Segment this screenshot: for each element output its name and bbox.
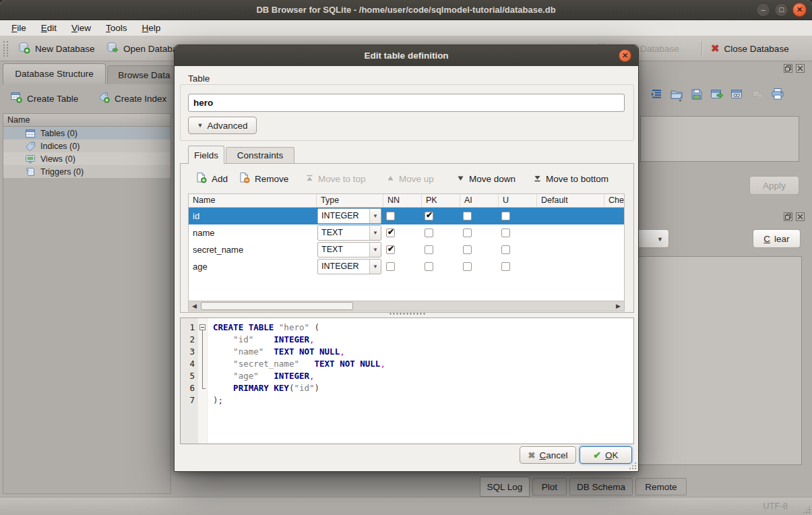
menu-tools[interactable]: Tools (98, 20, 135, 36)
link-icon[interactable] (729, 86, 745, 103)
field-row-name[interactable]: nameTEXT▼ (189, 224, 624, 241)
column-header-nn[interactable]: NN (383, 194, 422, 207)
check-cell[interactable] (604, 241, 625, 258)
u-checkbox[interactable] (501, 245, 510, 254)
pk-checkbox[interactable] (425, 229, 433, 237)
move-to-top-button[interactable]: Move to top (306, 169, 366, 188)
maximize-button[interactable]: ▢ (774, 3, 788, 17)
dock-close-icon[interactable] (796, 212, 805, 221)
sql-preview-editor[interactable]: 1234567 CREATE TABLE "hero" ( "id" INTEG… (180, 317, 634, 444)
field-name-cell[interactable]: id (189, 208, 317, 224)
check-cell[interactable] (604, 208, 625, 224)
window-close-button[interactable]: ✕ (792, 3, 807, 17)
toolbar-handle[interactable] (3, 41, 8, 57)
sql-log-area[interactable] (637, 256, 802, 465)
fold-collapse-icon[interactable] (199, 324, 206, 330)
menu-view[interactable]: View (64, 20, 98, 36)
type-combobox[interactable]: TEXT▼ (317, 225, 381, 241)
column-header-pk[interactable]: PK (422, 194, 460, 207)
field-row-secret_name[interactable]: secret_nameTEXT▼ (189, 241, 624, 258)
create-table-button[interactable]: Create Table (11, 90, 78, 107)
scroll-right-icon[interactable]: ▶ (613, 302, 623, 310)
tab-remote[interactable]: Remote (635, 478, 687, 495)
default-cell[interactable] (537, 241, 604, 258)
tab-db-schema[interactable]: DB Schema (569, 478, 633, 495)
tab-browse-data[interactable]: Browse Data (107, 65, 181, 84)
default-cell[interactable] (537, 224, 604, 241)
remove-button[interactable]: Remove (239, 169, 288, 188)
fields-table-hscrollbar[interactable]: ◀ ▶ (188, 301, 625, 311)
menu-edit[interactable]: Edit (34, 20, 64, 36)
move-up-button[interactable]: Move up (387, 169, 434, 188)
nn-checkbox[interactable] (386, 262, 395, 271)
menu-file[interactable]: File (4, 20, 34, 36)
column-header-name[interactable]: Name (189, 194, 317, 207)
column-header-type[interactable]: Type (317, 194, 383, 207)
ai-checkbox[interactable] (463, 229, 472, 237)
new-database-button[interactable]: New Database (15, 39, 98, 58)
u-checkbox[interactable] (501, 229, 510, 237)
pk-checkbox[interactable] (425, 245, 433, 254)
default-cell[interactable] (537, 208, 604, 224)
type-combobox[interactable]: INTEGER▼ (317, 208, 381, 224)
resize-grip[interactable] (803, 506, 811, 514)
dock-float-icon[interactable] (784, 212, 792, 221)
scrollbar-thumb[interactable] (201, 302, 353, 310)
table-name-input[interactable] (188, 94, 625, 112)
open-file-icon[interactable] (668, 86, 684, 103)
field-row-age[interactable]: ageINTEGER▼ (189, 258, 624, 275)
column-header-u[interactable]: U (499, 194, 537, 207)
ok-button[interactable]: ✔ OK (580, 446, 632, 464)
tree-item-triggers[interactable]: Triggers (0) (3, 165, 170, 178)
column-header-check[interactable]: Check (604, 194, 625, 207)
tab-constraints[interactable]: Constraints (226, 147, 294, 164)
tab-fields[interactable]: Fields (188, 146, 224, 164)
print-icon[interactable] (770, 86, 785, 103)
default-cell[interactable] (537, 258, 604, 275)
tab-database-structure[interactable]: Database Structure (3, 63, 106, 84)
field-name-cell[interactable]: name (189, 224, 317, 241)
ai-checkbox[interactable] (463, 262, 472, 271)
field-name-cell[interactable]: secret_name (189, 241, 317, 258)
tree-header-name[interactable]: Name (3, 114, 170, 127)
save-file-icon[interactable] (689, 86, 704, 103)
tab-sql-log[interactable]: SQL Log (480, 477, 530, 497)
field-row-id[interactable]: idINTEGER▼ (189, 208, 624, 224)
nn-checkbox[interactable] (386, 229, 395, 237)
u-checkbox[interactable] (501, 262, 510, 271)
apply-button[interactable]: Apply (749, 176, 799, 195)
column-header-ai[interactable]: AI (460, 194, 499, 207)
minimize-button[interactable]: – (756, 3, 770, 17)
column-header-default[interactable]: Default (537, 194, 604, 207)
add-button[interactable]: Add (195, 169, 228, 188)
check-cell[interactable] (604, 258, 625, 275)
tree-item-indices[interactable]: Indices (0) (3, 140, 170, 152)
create-index-button[interactable]: Create Index (98, 90, 166, 107)
ai-checkbox[interactable] (463, 212, 472, 220)
format-indent-icon[interactable] (648, 86, 664, 103)
move-to-bottom-button[interactable]: Move to bottom (534, 169, 608, 188)
tree-item-tables[interactable]: Tables (0) (3, 127, 170, 140)
tab-plot[interactable]: Plot (532, 478, 567, 495)
u-checkbox[interactable] (501, 212, 510, 220)
close-database-button[interactable]: ✖ Close Database (708, 39, 792, 58)
ai-checkbox[interactable] (463, 245, 472, 254)
menu-help[interactable]: Help (135, 20, 168, 36)
cancel-button[interactable]: ✖ Cancel (520, 446, 576, 464)
type-combobox[interactable]: TEXT▼ (317, 242, 381, 258)
pk-checkbox[interactable] (425, 262, 433, 271)
pk-checkbox[interactable] (425, 212, 433, 220)
nn-checkbox[interactable] (386, 245, 395, 254)
type-combobox[interactable]: INTEGER▼ (317, 259, 381, 274)
move-down-button[interactable]: Move down (457, 169, 516, 188)
scroll-left-icon[interactable]: ◀ (189, 302, 199, 310)
advanced-button[interactable]: ▼ Advanced (188, 117, 257, 134)
clear-log-button[interactable]: Clear (753, 229, 801, 248)
export-icon[interactable] (709, 86, 724, 103)
dialog-close-button[interactable]: ✕ (619, 49, 631, 62)
cell-value-area[interactable] (640, 116, 799, 162)
check-cell[interactable] (604, 224, 625, 241)
dock-float-icon[interactable] (784, 64, 792, 73)
remove-icon[interactable] (749, 86, 765, 103)
field-name-cell[interactable]: age (189, 258, 317, 275)
